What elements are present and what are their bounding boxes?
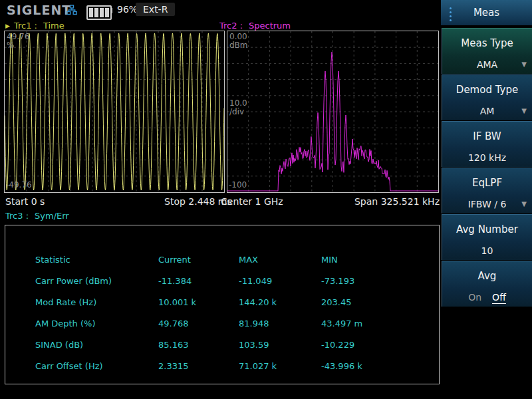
spectrum-span-label: Span 325.521 kHz — [354, 196, 440, 208]
time-start-label: Start 0 s — [5, 196, 45, 208]
spectrum-floor-label: -100 — [229, 181, 247, 190]
sidebar-item-value: 10 — [442, 245, 532, 256]
time-top-unit-label: % — [7, 41, 14, 50]
trc2-label: Trc2 : — [219, 21, 243, 31]
spectrum-ref-unit-label: dBm — [229, 41, 248, 50]
ext-ref-badge: Ext-R — [136, 3, 175, 16]
sidebar-item-value: IFBW / 6 — [442, 199, 532, 209]
sidebar-item-if-bw[interactable]: IF BW120 kHz — [442, 121, 532, 167]
sym-err-table: StatisticCurrentMAXMINCarr Power (dBm)-1… — [5, 225, 440, 384]
sidebar-item-label: Meas Type — [442, 37, 532, 49]
avg-on-option[interactable]: On — [468, 292, 481, 303]
sidebar-item-demod-type[interactable]: Demod TypeAM▼ — [442, 74, 532, 120]
table-row: StatisticCurrentMAXMIN — [5, 249, 439, 271]
sidebar-item-value: AM — [442, 106, 532, 116]
table-cell: 203.45 — [321, 292, 439, 313]
table-cell: -43.996 k — [321, 356, 439, 377]
meas-menu-sidebar: Meas Meas TypeAMA▼Demod TypeAM▼IF BW120 … — [441, 0, 532, 399]
table-cell: -11.049 — [239, 271, 321, 292]
table-row: SINAD (dB)85.163103.59-10.229 — [5, 334, 439, 356]
active-trace-arrow-icon: ▶ — [5, 23, 10, 29]
table-cell: Carr Offset (Hz) — [35, 356, 158, 377]
menu-dots-icon — [450, 7, 452, 23]
sidebar-item-label: EqLPF — [442, 177, 532, 189]
time-waveform-chart — [5, 31, 224, 192]
trc3-label: Trc3 : — [5, 211, 29, 221]
time-bottom-scale-label: -49.76 — [6, 181, 32, 190]
sidebar-item-value: OnOff — [442, 292, 532, 303]
table-row: AM Depth (%)49.76881.94843.497 m — [5, 313, 439, 334]
table-cell: MAX — [239, 249, 321, 271]
spectrum-plot: 0.00 dBm 10.0 /div -100 — [227, 31, 439, 193]
table-row: Carr Power (dBm)-11.384-11.049-73.193 — [5, 271, 439, 292]
sidebar-item-label: Avg — [442, 270, 532, 282]
table-cell: -73.193 — [321, 271, 439, 292]
dropdown-arrow-icon: ▼ — [521, 200, 527, 207]
table-cell: Mod Rate (Hz) — [35, 292, 158, 313]
trc2-name: Spectrum — [249, 21, 291, 31]
table-cell: MIN — [321, 249, 439, 271]
avg-off-option[interactable]: Off — [492, 292, 506, 304]
trc1-title: ▶Trc1 :Time — [5, 21, 65, 31]
spectrum-chart — [227, 31, 438, 192]
trc3-title: Trc3 :Sym/Err — [5, 211, 69, 221]
meas-menu-header[interactable]: Meas — [441, 0, 532, 25]
spectrum-scale-unit-label: /div — [229, 108, 244, 116]
trc1-label: Trc1 : — [14, 21, 37, 31]
table-row: Mod Rate (Hz)10.001 k144.20 k203.45 — [5, 292, 439, 313]
siglent-logo: SIGLENT — [7, 3, 71, 17]
lan-network-icon — [66, 5, 77, 15]
trc3-name: Sym/Err — [35, 211, 69, 221]
sidebar-item-label: Avg Number — [442, 223, 532, 235]
sidebar-item-eqlpf[interactable]: EqLPFIFBW / 6▼ — [442, 168, 532, 213]
table-cell: AM Depth (%) — [35, 313, 158, 334]
dropdown-arrow-icon: ▼ — [521, 107, 527, 114]
table-cell: 71.027 k — [239, 356, 321, 377]
table-cell: -11.384 — [158, 271, 239, 292]
top-status-bar: SIGLENT 96% Ext-R — [0, 0, 441, 20]
battery-percentage: 96% — [117, 4, 138, 15]
sidebar-item-label: Demod Type — [442, 84, 532, 96]
sidebar-item-label: IF BW — [442, 130, 532, 142]
table-cell: 49.768 — [158, 313, 239, 334]
sidebar-item-avg-number[interactable]: Avg Number10 — [442, 214, 532, 260]
sidebar-item-value: 120 kHz — [442, 152, 532, 163]
table-cell: 85.163 — [158, 334, 239, 356]
trc2-title: Trc2 :Spectrum — [219, 21, 291, 31]
table-cell: 103.59 — [239, 334, 321, 356]
sidebar-item-meas-type[interactable]: Meas TypeAMA▼ — [442, 28, 532, 74]
time-plot: 49.76 % -49.76 — [4, 31, 225, 193]
stat-table-body: StatisticCurrentMAXMINCarr Power (dBm)-1… — [5, 249, 439, 377]
battery-icon — [86, 5, 112, 20]
table-cell: Statistic — [35, 249, 158, 271]
table-cell: 2.3315 — [158, 356, 239, 377]
trc1-name: Time — [43, 21, 65, 31]
meas-menu-title: Meas — [473, 7, 499, 19]
dropdown-arrow-icon: ▼ — [521, 61, 527, 68]
table-cell: 10.001 k — [158, 292, 239, 313]
table-cell: SINAD (dB) — [35, 334, 158, 356]
sidebar-item-avg[interactable]: AvgOnOff — [442, 261, 532, 307]
sidebar-item-value: AMA — [442, 59, 532, 70]
table-cell: 144.20 k — [239, 292, 321, 313]
table-cell: Current — [158, 249, 239, 271]
table-row: Carr Offset (Hz)2.331571.027 k-43.996 k — [5, 356, 439, 377]
table-cell: 81.948 — [239, 313, 321, 334]
table-cell: -10.229 — [321, 334, 439, 356]
battery-nub-icon — [110, 8, 112, 13]
table-cell: Carr Power (dBm) — [35, 271, 158, 292]
spectrum-center-label: Center 1 GHz — [221, 196, 283, 208]
analyzer-screen: SIGLENT 96% Ext-R ▶Trc1 :Time Trc2 :Spec… — [0, 0, 532, 399]
table-cell: 43.497 m — [321, 313, 439, 334]
